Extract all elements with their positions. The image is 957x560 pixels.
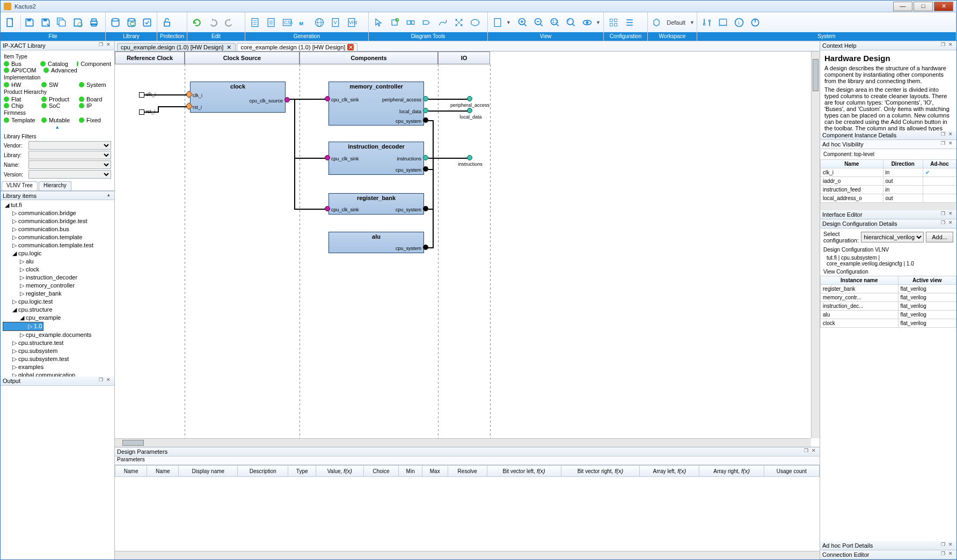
draw-tool[interactable] <box>435 15 450 30</box>
tree-scroll-up[interactable]: ▴ <box>105 192 112 200</box>
tree-item[interactable]: ▷ memory_controller <box>3 282 112 290</box>
tree-item[interactable]: ▷ communication.bridge.test <box>3 217 112 225</box>
undock-comp-button[interactable]: ❐ <box>939 131 947 139</box>
col-instance[interactable]: Instance name <box>821 276 898 285</box>
col-name[interactable]: Name <box>821 160 883 168</box>
settings-button[interactable] <box>699 15 714 30</box>
undock-cfg-button[interactable]: ❐ <box>939 220 947 227</box>
undock-button[interactable]: ❐ <box>97 42 105 49</box>
close-params-button[interactable]: ✕ <box>810 448 817 455</box>
table-row[interactable]: aluflat_verilog <box>821 311 956 319</box>
tree-item[interactable]: ◢ tut.fi <box>3 201 112 209</box>
library-tree[interactable]: ◢ tut.fi▷ communication.bridge▷ communic… <box>1 200 114 377</box>
component-clock[interactable]: clock clk_i rst_i cpu_clk_source <box>190 82 286 113</box>
save-button[interactable] <box>22 15 37 30</box>
redo-button[interactable] <box>222 15 237 30</box>
config-grid-button[interactable] <box>606 15 621 30</box>
tree-item[interactable]: ◢ cpu_example <box>3 314 112 322</box>
add-config-button[interactable]: Add... <box>926 232 953 242</box>
name-select[interactable] <box>28 160 111 169</box>
params-h-scrollbar[interactable] <box>115 551 820 559</box>
tag-tool[interactable] <box>419 15 434 30</box>
undock-adhoc-button[interactable]: ❐ <box>939 141 947 148</box>
adhoc-scroll[interactable] <box>820 203 956 210</box>
close-panel-button[interactable]: ✕ <box>105 42 112 49</box>
filter-fixed[interactable]: Fixed <box>79 117 111 123</box>
about-button[interactable]: i <box>732 15 747 30</box>
params-col[interactable]: Array right, f(x) <box>699 466 764 477</box>
tree-item[interactable]: ▷ cpu.structure.test <box>3 339 112 347</box>
save-all-button[interactable] <box>54 15 69 30</box>
zoom-in-button[interactable] <box>515 15 530 30</box>
close-cfg-button[interactable]: ✕ <box>947 220 954 227</box>
filter-template[interactable]: Template <box>4 117 36 123</box>
close-adhoc-button[interactable]: ✕ <box>947 141 954 148</box>
view-config-table[interactable]: Instance name Active view register_bankf… <box>820 276 956 328</box>
col-clock-source[interactable]: Clock Source <box>185 51 299 64</box>
chevron-down-icon[interactable]: ▼ <box>690 20 695 25</box>
tree-item[interactable]: ◢ cpu.structure <box>3 306 112 314</box>
connect-tool[interactable] <box>451 15 466 30</box>
collapse-filters-button[interactable]: ▴ <box>4 123 111 130</box>
config-list-button[interactable] <box>622 15 637 30</box>
view-doc-button[interactable] <box>490 15 505 30</box>
component-alu[interactable]: alu cpu_system <box>328 232 424 253</box>
table-row[interactable]: memory_contr...flat_verilog <box>821 293 956 302</box>
library-refresh-button[interactable] <box>124 15 139 30</box>
table-row[interactable]: local_address_oout <box>821 194 956 203</box>
select-tool[interactable] <box>371 15 386 30</box>
save-refresh-button[interactable] <box>70 15 85 30</box>
gen-verilog-button[interactable]: V <box>328 15 343 30</box>
filter-soc[interactable]: SoC <box>41 102 74 109</box>
gen-world-button[interactable] <box>312 15 327 30</box>
port-bus-icon[interactable] <box>284 97 290 102</box>
port-bus-icon[interactable] <box>423 108 428 113</box>
close-comp-button[interactable]: ✕ <box>947 131 954 139</box>
col-active-view[interactable]: Active view <box>898 276 956 285</box>
tree-item[interactable]: ▷ instruction_decoder <box>3 274 112 282</box>
close-adhocports-button[interactable]: ✕ <box>947 542 954 549</box>
close-help-button[interactable]: ✕ <box>947 42 954 49</box>
tree-item[interactable]: ▷ cpu.logic.test <box>3 298 112 306</box>
close-conn-button[interactable]: ✕ <box>947 551 954 558</box>
gen-memory-button[interactable]: M <box>296 15 311 30</box>
filter-product[interactable]: Product <box>41 96 74 102</box>
io-port-icon[interactable] <box>467 108 472 113</box>
params-col[interactable]: Display name <box>179 466 238 477</box>
filter-bus[interactable]: Bus <box>4 61 35 67</box>
undock-output-button[interactable]: ❐ <box>97 377 105 385</box>
undock-adhocports-button[interactable]: ❐ <box>939 542 947 549</box>
zoom-fit-button[interactable] <box>564 15 579 30</box>
io-port-icon[interactable] <box>467 96 472 101</box>
filter-board[interactable]: Board <box>79 96 111 102</box>
tree-item[interactable]: ▷ 1.0 <box>3 322 43 331</box>
unlock-button[interactable] <box>159 15 174 30</box>
params-col[interactable]: Resolve <box>448 466 487 477</box>
params-col[interactable]: Usage count <box>764 466 819 477</box>
undock-conn-button[interactable]: ❐ <box>939 551 947 558</box>
gen-doc-button[interactable] <box>247 15 262 30</box>
canvas-area[interactable]: Reference Clock Clock Source Components … <box>115 51 820 447</box>
refresh-button[interactable] <box>189 15 204 30</box>
port-clk-i[interactable] <box>139 92 144 98</box>
undo-button[interactable] <box>206 15 221 30</box>
check-button[interactable] <box>140 15 155 30</box>
tree-item[interactable]: ▷ clock <box>3 266 112 274</box>
gen-vhdl-button[interactable]: VHD <box>344 15 359 30</box>
gen-doc2-button[interactable] <box>264 15 279 30</box>
vendor-select[interactable] <box>28 141 111 150</box>
params-col[interactable]: Value, f(x) <box>316 466 363 477</box>
minimize-button[interactable]: — <box>893 2 912 11</box>
params-col[interactable]: Description <box>238 466 288 477</box>
port-rst-i[interactable] <box>139 109 144 115</box>
close-tab-icon[interactable]: ✕ <box>347 44 354 50</box>
zoom-100-button[interactable]: 1:1 <box>547 15 562 30</box>
port-bus-icon[interactable] <box>423 96 428 101</box>
component-memory-controller[interactable]: memory_controller cpu_clk_sink periphera… <box>328 82 424 126</box>
undock-iface-button[interactable]: ❐ <box>939 211 947 218</box>
new-button[interactable] <box>3 15 18 30</box>
port-bus-icon[interactable] <box>325 96 330 101</box>
params-col[interactable]: Name <box>115 466 147 477</box>
filter-hw[interactable]: HW <box>4 82 36 88</box>
component-instruction-decoder[interactable]: instruction_decoder cpu_clk_sink instruc… <box>328 142 424 175</box>
